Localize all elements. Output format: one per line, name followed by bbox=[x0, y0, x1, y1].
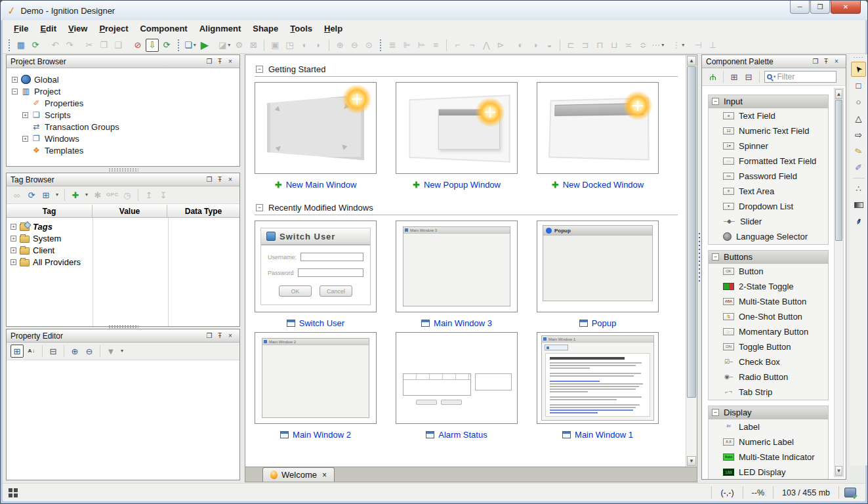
palette-item-numeric-label[interactable]: 8.8Numeric Label bbox=[709, 434, 828, 450]
canvas-vertical-scrollbar[interactable]: ▲ ▼ bbox=[686, 55, 697, 467]
scroll-down-icon[interactable]: ▼ bbox=[835, 466, 842, 476]
collapse-icon[interactable]: − bbox=[712, 409, 719, 416]
tag-find-tag[interactable]: ∞ bbox=[10, 188, 24, 201]
tool-stack[interactable]: ⋮▾ bbox=[671, 39, 685, 52]
column-header-tag[interactable]: Tag bbox=[7, 205, 93, 217]
gradient-tool[interactable] bbox=[851, 198, 866, 213]
prop-expand-categories[interactable]: ⊕ bbox=[68, 345, 81, 358]
palette-collapse-all[interactable]: ⊟ bbox=[742, 70, 755, 83]
palette-section-header-input[interactable]: −Input bbox=[709, 95, 828, 108]
tool-zoom-in[interactable]: ⊕ bbox=[333, 39, 346, 52]
tool-snap-edges[interactable]: ⊨ bbox=[415, 39, 428, 52]
menu-project[interactable]: Project bbox=[93, 22, 134, 35]
polygon-tool[interactable]: △ bbox=[851, 111, 866, 126]
scrollbar-thumb[interactable] bbox=[835, 100, 842, 241]
palette-section-header-buttons[interactable]: −Buttons bbox=[709, 251, 828, 264]
tool-center-horizontal[interactable]: ≍ bbox=[622, 39, 635, 52]
palette-item-multi-state-indicator[interactable]: AutoMulti-State Indicator bbox=[709, 450, 828, 465]
toolbar-drag-handle[interactable]: ···· bbox=[854, 56, 864, 60]
float-icon[interactable]: ❐ bbox=[810, 58, 821, 65]
expander-plus-icon[interactable]: + bbox=[22, 112, 28, 118]
menu-shape[interactable]: Shape bbox=[247, 22, 284, 35]
tree-item-transaction-groups[interactable]: ⇄Transaction Groups bbox=[12, 121, 239, 133]
tool-center-vertical[interactable]: ≎ bbox=[636, 39, 650, 52]
palette-item-slider[interactable]: –◆–Slider bbox=[709, 214, 828, 229]
link-main-window-3[interactable]: Main Window 3 bbox=[434, 318, 492, 328]
tool-align-top[interactable]: ⊓ bbox=[593, 39, 606, 52]
tool-redo[interactable]: ↷ bbox=[63, 39, 76, 52]
menu-alignment[interactable]: Alignment bbox=[194, 22, 247, 35]
tool-match-width[interactable]: ⊣ bbox=[692, 39, 705, 52]
tag-import-tags[interactable]: ↥ bbox=[142, 188, 155, 201]
tag-refresh-providers[interactable]: ⟳ bbox=[25, 188, 38, 201]
float-icon[interactable]: ❐ bbox=[204, 332, 215, 339]
link-alarm-status[interactable]: Alarm Status bbox=[438, 430, 487, 440]
menu-file[interactable]: File bbox=[8, 22, 34, 35]
tool-handle[interactable] bbox=[178, 39, 179, 51]
scrollbar-thumb[interactable] bbox=[687, 66, 696, 398]
palette-layout-mode[interactable]: Ψ bbox=[706, 70, 719, 83]
component-palette-header[interactable]: Component Palette ❐ Ŧ × bbox=[702, 55, 846, 68]
close-icon[interactable]: × bbox=[225, 332, 236, 339]
tag-row-all-providers[interactable]: +All Providers bbox=[7, 256, 239, 268]
close-icon[interactable]: × bbox=[831, 58, 842, 65]
palette-item-text-field[interactable]: aText Field bbox=[709, 108, 828, 123]
collapse-icon[interactable]: − bbox=[712, 98, 719, 105]
title-bar[interactable]: ✓ Demo - Ignition Designer bbox=[1, 1, 867, 20]
prop-filter-properties[interactable]: ▼ bbox=[104, 345, 117, 358]
tool-cut[interactable]: ✂ bbox=[83, 39, 96, 52]
arrow-tool[interactable]: ⇨ bbox=[851, 127, 866, 142]
tree-item-global[interactable]: +Global bbox=[12, 74, 239, 85]
tag-scan-classes[interactable]: ◷ bbox=[121, 188, 134, 201]
grid-toggle-icon[interactable] bbox=[9, 488, 18, 497]
close-icon[interactable]: × bbox=[225, 176, 236, 183]
tag-new-tag[interactable]: ✚ bbox=[69, 188, 82, 201]
tool-snap-guides[interactable]: ⊫ bbox=[400, 39, 413, 52]
expander-minus-icon[interactable]: − bbox=[12, 89, 18, 94]
pin-icon[interactable]: Ŧ bbox=[215, 58, 225, 65]
property-editor-header[interactable]: Property Editor ❐ Ŧ × bbox=[7, 329, 239, 343]
tool-rotate-ccw[interactable]: ⌐ bbox=[451, 39, 464, 52]
prop-sort-alpha[interactable]: A↓ bbox=[25, 345, 38, 358]
expander-plus-icon[interactable]: + bbox=[10, 259, 16, 265]
tool-paste[interactable]: ❑ bbox=[112, 39, 125, 52]
splitter-tag-property[interactable] bbox=[6, 324, 240, 329]
tool-zoom-region[interactable]: ◳ bbox=[283, 39, 296, 52]
tool-match-height[interactable]: ⊥ bbox=[706, 39, 719, 52]
tree-item-properties[interactable]: ✐Properties bbox=[12, 97, 239, 109]
pin-icon[interactable]: Ŧ bbox=[821, 58, 831, 65]
tool-handle[interactable] bbox=[380, 39, 381, 51]
tool-preview-mode[interactable]: ▶ bbox=[198, 39, 211, 52]
gateway-status[interactable] bbox=[838, 486, 865, 499]
tool-pan-right[interactable]: ◗ bbox=[312, 39, 325, 52]
prop-show-description[interactable]: ⊟ bbox=[47, 345, 60, 358]
collapse-icon[interactable]: − bbox=[256, 204, 263, 211]
tree-item-templates[interactable]: ❖Templates bbox=[12, 144, 239, 156]
tool-rotate-cw[interactable]: ¬ bbox=[465, 39, 478, 52]
tree-item-scripts[interactable]: +❏Scripts bbox=[12, 109, 239, 121]
tag-export-tags[interactable]: ↧ bbox=[157, 188, 170, 201]
palette-item-formatted-text-field[interactable]: -·-Formatted Text Field bbox=[709, 154, 828, 169]
pen-tool[interactable]: ✎ bbox=[851, 144, 866, 159]
expander-plus-icon[interactable]: + bbox=[10, 236, 16, 242]
expander-plus-icon[interactable]: + bbox=[22, 136, 28, 142]
close-button[interactable]: ✕ bbox=[831, 1, 861, 14]
scroll-down-icon[interactable]: ▼ bbox=[687, 456, 696, 466]
close-icon[interactable]: × bbox=[225, 58, 236, 65]
tree-item-project[interactable]: −▥Project bbox=[12, 85, 239, 97]
float-icon[interactable]: ❐ bbox=[204, 176, 215, 183]
tool-db-pending-changes[interactable]: ⊘ bbox=[131, 39, 144, 52]
palette-item-check-box[interactable]: ☑–Check Box bbox=[709, 354, 828, 369]
expander-plus-icon[interactable]: + bbox=[12, 77, 18, 83]
tool-pan-left[interactable]: ◖ bbox=[297, 39, 310, 52]
tool-shape-intersect[interactable]: ◑ bbox=[528, 39, 541, 52]
pin-icon[interactable]: Ŧ bbox=[215, 176, 225, 183]
palette-expand-all[interactable]: ⊞ bbox=[728, 70, 741, 83]
palette-item-label[interactable]: lblLabel bbox=[709, 419, 828, 434]
tag-new-tag-dropdown[interactable]: ▾ bbox=[83, 188, 90, 201]
link-new-popup-window[interactable]: New Popup Window bbox=[424, 180, 501, 190]
project-browser-header[interactable]: Project Browser ❐ Ŧ × bbox=[7, 55, 239, 68]
thumbnail-popup[interactable]: Popup bbox=[537, 220, 659, 312]
eyedropper-tool[interactable]: ✒ bbox=[851, 214, 866, 229]
link-new-main-window[interactable]: New Main Window bbox=[286, 180, 357, 190]
